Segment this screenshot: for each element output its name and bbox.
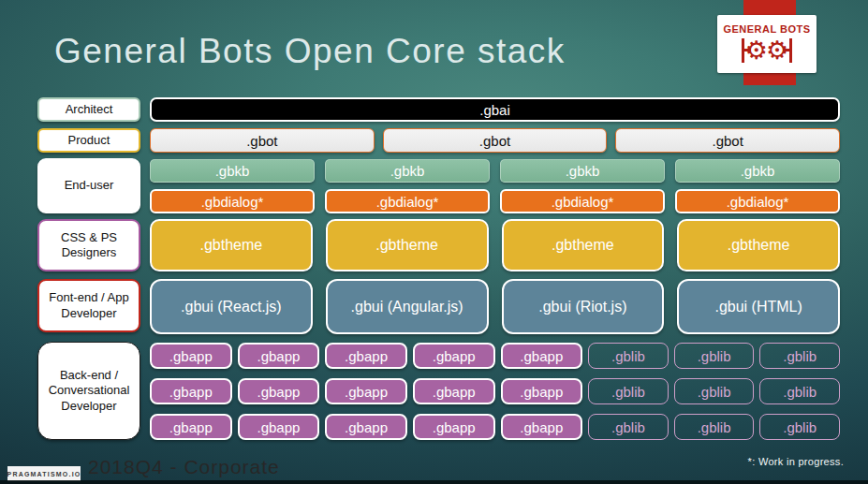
role-label-backend-conversational-developer: Back-end / Conversational Developer	[37, 342, 140, 440]
stack-box-gblib: .gblib	[759, 378, 840, 404]
stack-box-gbapp: .gbapp	[501, 378, 583, 404]
stack-box-gbdialog: .gbdialog*	[150, 189, 315, 213]
stack-box-gbapp: .gbapp	[325, 378, 407, 404]
slide: General Bots Open Core stack GENERAL BOT…	[0, 0, 868, 484]
stack-box-gbapp: .gbapp	[238, 378, 320, 404]
row-product: .gbot .gbot .gbot	[150, 128, 840, 153]
gear-axle-right-icon	[789, 38, 792, 63]
stack-box-gblib: .gblib	[588, 414, 669, 440]
stack-box-gbui-react: .gbui (React.js)	[150, 279, 313, 334]
row-backend-3: .gbapp .gbapp .gbapp .gbapp .gbapp .gbli…	[150, 414, 840, 440]
role-label-architect: Architect	[37, 97, 140, 122]
stack-box-gbapp: .gbapp	[238, 343, 320, 369]
stack-box-gbapp: .gbapp	[325, 343, 407, 369]
gear-axle-left-icon	[742, 38, 744, 63]
stack-box-gbkb: .gbkb	[150, 159, 315, 183]
stack-box-gbapp: .gbapp	[150, 414, 232, 440]
logo-brand-text: GENERAL BOTS	[723, 23, 810, 35]
stack-box-gbapp: .gbapp	[325, 414, 407, 440]
stack-box-gblib: .gblib	[759, 414, 840, 440]
row-gbdialog: .gbdialog* .gbdialog* .gbdialog* .gbdial…	[150, 189, 840, 213]
stack-box-gbui-html: .gbui (HTML)	[677, 279, 840, 334]
footer-caption: 2018Q4 - Corporate	[88, 456, 280, 478]
row-architect: .gbai	[150, 97, 840, 122]
stack-box-gblib: .gblib	[674, 414, 755, 440]
role-label-frontend-app-developer: Font-end / App Developer	[37, 279, 140, 332]
stack-box-gbai: .gbai	[150, 97, 840, 122]
work-in-progress-note: *: Work in progress.	[748, 456, 844, 467]
role-label-end-user: End-user	[37, 158, 140, 213]
stack-box-gbtheme: .gbtheme	[677, 219, 840, 271]
row-backend-1: .gbapp .gbapp .gbapp .gbapp .gbapp .gbli…	[150, 343, 840, 369]
stack-box-gbapp: .gbapp	[150, 343, 232, 369]
stack-box-gblib: .gblib	[759, 343, 840, 369]
logo-gears: ⚙ ⚙	[740, 35, 794, 66]
stack-box-gbdialog: .gbdialog*	[675, 189, 840, 213]
stack-box-gbkb: .gbkb	[325, 159, 490, 183]
pragmatismo-logo: PRAGMATISMO.IO	[7, 466, 81, 481]
stack-box-gbapp: .gbapp	[501, 343, 583, 369]
stack-box-gbot: .gbot	[150, 128, 375, 153]
stack-box-gbot: .gbot	[383, 128, 608, 153]
stack-box-gbui-riot: .gbui (Riot.js)	[502, 279, 665, 334]
stack-box-gblib: .gblib	[674, 378, 755, 404]
stack-box-gbtheme: .gbtheme	[150, 219, 313, 271]
row-gbtheme: .gbtheme .gbtheme .gbtheme .gbtheme	[150, 219, 840, 271]
role-label-css-ps-designers: CSS & PS Designers	[37, 219, 140, 271]
page-title: General Bots Open Core stack	[54, 32, 566, 71]
stack-box-gbdialog: .gbdialog*	[500, 189, 665, 213]
stack-box-gblib: .gblib	[588, 378, 669, 404]
stack-box-gbtheme: .gbtheme	[326, 219, 489, 271]
stack-box-gblib: .gblib	[588, 343, 669, 369]
row-gbui: .gbui (React.js) .gbui (Angular.js) .gbu…	[150, 279, 840, 334]
row-backend-2: .gbapp .gbapp .gbapp .gbapp .gbapp .gbli…	[150, 378, 840, 404]
stack-box-gbdialog: .gbdialog*	[325, 189, 490, 213]
stack-box-gblib: .gblib	[674, 343, 755, 369]
stack-box-gbtheme: .gbtheme	[502, 219, 665, 271]
row-gbkb: .gbkb .gbkb .gbkb .gbkb	[150, 159, 840, 183]
slide-bottom-edge	[0, 480, 868, 484]
general-bots-logo: GENERAL BOTS ⚙ ⚙	[717, 15, 817, 73]
stack-box-gbapp: .gbapp	[150, 378, 232, 404]
role-label-product: Product	[37, 128, 140, 153]
stack-box-gbkb: .gbkb	[675, 159, 840, 183]
stack-box-gbui-angular: .gbui (Angular.js)	[326, 279, 489, 334]
stack-box-gbkb: .gbkb	[500, 159, 665, 183]
stack-box-gbot: .gbot	[615, 128, 840, 153]
stack-box-gbapp: .gbapp	[413, 343, 495, 369]
stack-box-gbapp: .gbapp	[238, 414, 320, 440]
stack-box-gbapp: .gbapp	[501, 414, 583, 440]
stack-box-gbapp: .gbapp	[413, 414, 495, 440]
stack-box-gbapp: .gbapp	[413, 378, 495, 404]
